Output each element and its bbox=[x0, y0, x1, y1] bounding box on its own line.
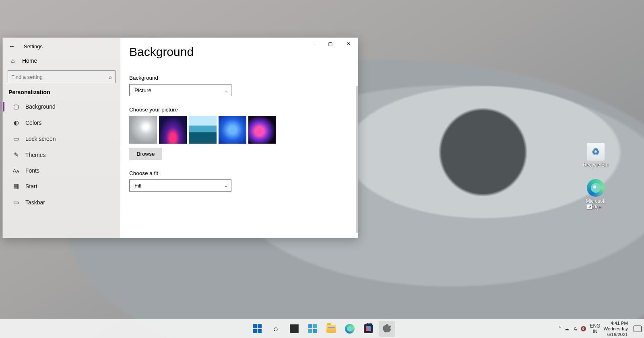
task-view-icon bbox=[290, 324, 299, 333]
background-field-label: Background bbox=[129, 75, 349, 81]
nav-label: Themes bbox=[25, 152, 46, 158]
dropdown-value: Picture bbox=[134, 87, 151, 93]
settings-taskbar-button[interactable] bbox=[379, 321, 395, 337]
nav-colors[interactable]: ◐ Colors bbox=[6, 115, 117, 131]
lang-bottom: IN bbox=[590, 329, 600, 334]
chevron-down-icon: ⌄ bbox=[224, 88, 228, 93]
microsoft-store-button[interactable] bbox=[360, 321, 376, 337]
nav-label: Taskbar bbox=[25, 199, 45, 206]
settings-window: ← Settings ⌂ Home ⌕ Personalization ▢ Ba… bbox=[2, 37, 358, 238]
nav-start[interactable]: ▦ Start bbox=[6, 178, 117, 194]
wallpaper-thumb-4[interactable] bbox=[219, 116, 246, 144]
home-label: Home bbox=[22, 58, 37, 64]
wallpaper-thumb-1[interactable] bbox=[129, 116, 157, 144]
volume-icon[interactable]: 🔇 bbox=[580, 326, 586, 332]
fonts-icon: Aᴀ bbox=[12, 168, 20, 174]
wallpaper-thumb-3[interactable] bbox=[189, 116, 217, 144]
taskbar-clock[interactable]: 4:41 PM Wednesday 6/16/2021 bbox=[603, 320, 628, 337]
task-view-button[interactable] bbox=[286, 321, 302, 337]
nav-lock-screen[interactable]: ▭ Lock screen bbox=[6, 131, 117, 147]
content-scrollbar[interactable] bbox=[356, 86, 358, 233]
desktop-icon-label: Recycle Bin bbox=[580, 162, 612, 168]
wallpaper-thumb-2[interactable] bbox=[159, 116, 187, 144]
notifications-button[interactable] bbox=[634, 326, 642, 332]
nav-label: Lock screen bbox=[25, 136, 56, 142]
settings-sidebar: ← Settings ⌂ Home ⌕ Personalization ▢ Ba… bbox=[3, 38, 120, 238]
nav-background[interactable]: ▢ Background bbox=[6, 99, 117, 115]
taskbar-pinned-apps: ⌕ bbox=[249, 321, 395, 337]
background-type-dropdown[interactable]: Picture ⌄ bbox=[129, 84, 231, 96]
home-icon: ⌂ bbox=[9, 57, 17, 64]
lock-screen-icon: ▭ bbox=[12, 135, 20, 142]
search-icon: ⌕ bbox=[109, 74, 112, 80]
windows-logo-icon bbox=[253, 324, 262, 333]
picture-icon: ▢ bbox=[12, 103, 20, 110]
nav-taskbar[interactable]: ▭ Taskbar bbox=[6, 194, 117, 210]
desktop-icon-label: Microsoft Edge bbox=[580, 198, 612, 210]
onedrive-icon[interactable]: ☁ bbox=[564, 326, 569, 332]
start-icon: ▦ bbox=[12, 183, 20, 190]
search-button[interactable]: ⌕ bbox=[268, 321, 284, 337]
start-button[interactable] bbox=[249, 321, 265, 337]
sidebar-nav: ▢ Background ◐ Colors ▭ Lock screen ✎ Th… bbox=[6, 99, 117, 210]
nav-fonts[interactable]: Aᴀ Fonts bbox=[6, 163, 117, 178]
tray-icons: ˄ ☁ 🖧 🔇 bbox=[559, 326, 586, 332]
file-explorer-button[interactable] bbox=[323, 321, 339, 337]
shortcut-overlay-icon: ↗ bbox=[587, 204, 592, 210]
chevron-down-icon: ⌄ bbox=[224, 183, 228, 188]
window-controls: — ▢ ✕ bbox=[302, 38, 358, 50]
desktop[interactable]: Recycle Bin ↗ Microsoft Edge ← Settings … bbox=[0, 0, 644, 338]
close-icon: ✕ bbox=[347, 41, 351, 47]
wallpaper-thumbnails bbox=[129, 116, 349, 144]
language-indicator[interactable]: ENG IN bbox=[590, 323, 600, 334]
widgets-button[interactable] bbox=[305, 321, 321, 337]
taskbar-system-tray: ˄ ☁ 🖧 🔇 ENG IN 4:41 PM Wednesday 6/16/20… bbox=[559, 320, 642, 337]
recycle-bin-icon bbox=[587, 143, 605, 161]
nav-themes[interactable]: ✎ Themes bbox=[6, 147, 117, 163]
palette-icon: ◐ bbox=[12, 119, 20, 126]
edge-icon bbox=[345, 324, 355, 334]
maximize-icon: ▢ bbox=[328, 41, 332, 47]
gear-icon bbox=[382, 324, 392, 334]
desktop-icon-microsoft-edge[interactable]: ↗ Microsoft Edge bbox=[580, 179, 612, 210]
clock-day: Wednesday bbox=[603, 326, 628, 332]
nav-label: Fonts bbox=[25, 167, 39, 174]
taskbar: ⌕ ˄ ☁ 🖧 bbox=[0, 319, 644, 338]
back-button[interactable]: ← bbox=[8, 43, 17, 50]
home-nav[interactable]: ⌂ Home bbox=[6, 53, 117, 68]
edge-icon bbox=[587, 179, 605, 197]
search-input[interactable] bbox=[11, 74, 109, 80]
dropdown-value: Fill bbox=[134, 183, 141, 189]
close-button[interactable]: ✕ bbox=[339, 38, 358, 50]
nav-label: Start bbox=[25, 183, 37, 190]
search-icon: ⌕ bbox=[271, 324, 281, 334]
network-icon[interactable]: 🖧 bbox=[572, 326, 577, 332]
maximize-button[interactable]: ▢ bbox=[321, 38, 339, 50]
nav-label: Background bbox=[25, 103, 56, 110]
clock-time: 4:41 PM bbox=[603, 320, 628, 326]
store-icon bbox=[364, 324, 373, 333]
desktop-icon-recycle-bin[interactable]: Recycle Bin bbox=[580, 143, 612, 168]
minimize-icon: — bbox=[309, 41, 314, 47]
fit-dropdown[interactable]: Fill ⌄ bbox=[129, 179, 231, 192]
wallpaper-thumb-5[interactable] bbox=[248, 116, 276, 144]
browse-button[interactable]: Browse bbox=[129, 148, 162, 160]
taskbar-icon: ▭ bbox=[12, 199, 20, 206]
category-heading: Personalization bbox=[6, 87, 117, 99]
edge-button[interactable] bbox=[342, 321, 358, 337]
themes-icon: ✎ bbox=[12, 151, 20, 159]
lang-top: ENG bbox=[590, 323, 600, 329]
choose-picture-label: Choose your picture bbox=[129, 107, 349, 113]
choose-fit-label: Choose a fit bbox=[129, 170, 349, 176]
search-settings[interactable]: ⌕ bbox=[8, 70, 116, 83]
tray-overflow-icon[interactable]: ˄ bbox=[559, 326, 561, 332]
nav-label: Colors bbox=[25, 120, 41, 126]
clock-date: 6/16/2021 bbox=[603, 332, 628, 337]
widgets-icon bbox=[308, 324, 317, 333]
app-title: Settings bbox=[24, 43, 43, 49]
file-explorer-icon bbox=[326, 325, 336, 333]
settings-content: — ▢ ✕ Background Background Picture ⌄ Ch… bbox=[120, 38, 358, 238]
minimize-button[interactable]: — bbox=[302, 38, 321, 50]
